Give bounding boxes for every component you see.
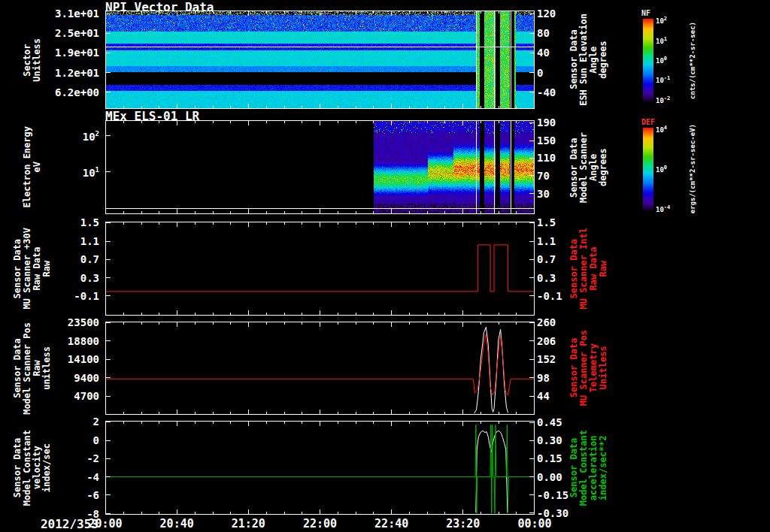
scanpos-line-plot-canvas [105, 322, 535, 415]
y-tick-label: 18800 [68, 336, 99, 346]
exponent: 4 [664, 125, 667, 131]
y-tick-label: -0.1 [537, 291, 562, 301]
scanpos-left-axis-label: Sensor DataModel Scanner PosRawunitless [11, 322, 54, 415]
y-tick-label: -40 [537, 87, 556, 98]
right-axis-label-line: degrees [599, 132, 608, 203]
x-tick-label: 20:40 [160, 517, 194, 530]
npi-left-axis-label-text: SectorUnitless [23, 38, 42, 82]
y-tick-label: 190 [537, 117, 556, 128]
right-axis-label-line: index/sec**2 [599, 430, 608, 506]
modelconst-right-axis-label: Sensor DataModel Constantaccelerationind… [565, 421, 612, 515]
colorbar-def-ticks: 10410010-4 [656, 128, 686, 210]
els-right-axis-label: Sensor DataModel ScannerAngledegrees [565, 120, 612, 214]
right-axis-label-line: Unitless [599, 330, 608, 406]
colorbar-tick-label: 100 [656, 56, 667, 65]
colorbar-nf-ticks: 10210110010-110-2 [656, 19, 686, 101]
exponent: -1 [664, 75, 670, 81]
y-tick-label: 98 [537, 373, 550, 383]
mu30v-left-axis-label-text: Sensor DataMU Scanner +30VRaw DataRaw [13, 228, 52, 309]
y-tick-label: 30 [537, 189, 550, 199]
els-spectrogram-canvas [105, 120, 535, 214]
y-tick-label: 102 [83, 128, 99, 142]
left-axis-label-line: Raw [42, 228, 52, 309]
els-left-ticks: 102101 [56, 120, 101, 214]
colorbar-tick-label: 102 [656, 16, 667, 25]
left-axis-label-line: index/sec [42, 430, 52, 506]
scanpos-left-axis-label-text: Sensor DataModel Scanner PosRawunitless [13, 322, 52, 415]
colorbar-tick-label: 104 [656, 125, 667, 134]
x-axis-tick-labels: 20:0020:4021:2022:0022:4023:2000:00 [0, 517, 770, 532]
y-tick-label: 0.3 [80, 273, 99, 283]
y-tick-label: 150 [537, 135, 556, 146]
x-tick-label: 23:20 [446, 517, 480, 530]
right-axis-label-line: Raw [599, 228, 608, 309]
x-tick-label: 22:00 [303, 517, 337, 530]
scanpos-left-ticks: 23500188001410094004700 [56, 322, 101, 415]
colorbar-tick-label: 10-4 [656, 204, 670, 213]
y-tick-label: 1.5 [80, 217, 99, 228]
x-tick-label: 22:40 [374, 517, 408, 530]
modelconst-left-axis-label: Sensor DataModel Constantvelocityindex/s… [11, 421, 54, 515]
y-tick-label: 0.00 [537, 472, 562, 482]
colorbar-tick-label: 10-1 [656, 75, 670, 84]
x-tick-label: 21:20 [232, 517, 265, 530]
left-axis-label-line: Unitless [32, 38, 42, 82]
mu30v-left-ticks: 1.51.10.70.3-0.1 [56, 222, 101, 316]
y-tick-label: 0.15 [537, 453, 562, 464]
y-tick-label: 0.7 [537, 254, 556, 264]
colorbar-def-gradient [643, 128, 653, 210]
y-tick-label: 2 [93, 416, 99, 427]
right-axis-label-line: degrees [599, 14, 608, 106]
colorbar-nf-title: NF [641, 9, 650, 17]
plot-page: NPI Vector Data MEx ELS-01 LR SectorUnit… [0, 0, 770, 532]
y-tick-label: 44 [537, 391, 550, 401]
modelconst-left-ticks: 20-2-4-6-8 [56, 421, 101, 515]
y-tick-label: -0.15 [537, 490, 568, 500]
y-tick-label: 3.1e+01 [55, 8, 99, 19]
els-left-axis-label-text: Electron EnergyeV [23, 126, 42, 207]
y-tick-label: 2.5e+01 [55, 28, 99, 38]
y-tick-label: -4 [86, 472, 99, 482]
npi-spectrogram-canvas [105, 11, 535, 109]
y-tick-label: 110 [537, 153, 556, 163]
y-tick-label: 80 [537, 28, 550, 38]
exponent: 1 [95, 166, 99, 174]
exponent: 0 [664, 165, 667, 171]
modelconst-left-axis-label-text: Sensor DataModel Constantvelocityindex/s… [13, 430, 52, 506]
colorbar-nf-gradient [643, 19, 653, 101]
colorbar-tick-label: 10-2 [656, 95, 670, 104]
y-tick-label: 1.1 [537, 236, 556, 246]
y-tick-label: -2 [86, 453, 99, 464]
exponent: 0 [664, 56, 667, 62]
scanpos-right-axis-label: Sensor DataMU Scanner PosTelemetryUnitle… [565, 322, 612, 415]
npi-left-ticks: 3.1e+012.5e+011.9e+011.2e+016.2e+00 [56, 11, 101, 109]
y-tick-label: 1.2e+01 [55, 68, 99, 78]
y-tick-label: 120 [537, 8, 556, 19]
y-tick-label: 101 [83, 165, 99, 178]
exponent: 2 [664, 16, 667, 22]
exponent: 1 [664, 36, 667, 42]
y-tick-label: 1.9e+01 [55, 47, 99, 58]
exponent: -2 [664, 95, 670, 101]
y-tick-label: -0.1 [74, 291, 99, 301]
y-tick-label: 4700 [74, 391, 99, 401]
exponent: 2 [95, 130, 99, 138]
mu30v-right-axis-label-text: Sensor DataMU Scanner IntlRaw DataRaw [569, 228, 608, 309]
colorbar-nf-units-text: cnts/(cm**2-sr-sec) [689, 22, 696, 99]
npi-right-axis-label: Sensor DataESH Sun ElevationAngledegrees [565, 11, 612, 109]
y-tick-label: 0 [537, 68, 543, 78]
left-axis-label-line: unitless [42, 322, 52, 415]
els-right-axis-label-text: Sensor DataModel ScannerAngledegrees [569, 132, 608, 203]
y-tick-label: 14100 [68, 354, 99, 364]
colorbar-tick-label: 101 [656, 36, 667, 45]
modelconst-line-plot-canvas [105, 421, 535, 515]
x-tick-label: 20:00 [88, 517, 122, 530]
y-tick-label: 6.2e+00 [55, 87, 99, 98]
x-tick-label: 00:00 [517, 517, 551, 530]
colorbar-nf-units: cnts/(cm**2-sr-sec) [686, 15, 699, 105]
y-tick-label: 0.45 [537, 417, 562, 428]
els-left-axis-label: Electron EnergyeV [11, 120, 54, 214]
mu30v-line-plot-canvas [105, 222, 535, 316]
exponent: -4 [664, 204, 670, 210]
y-tick-label: 152 [537, 354, 556, 364]
